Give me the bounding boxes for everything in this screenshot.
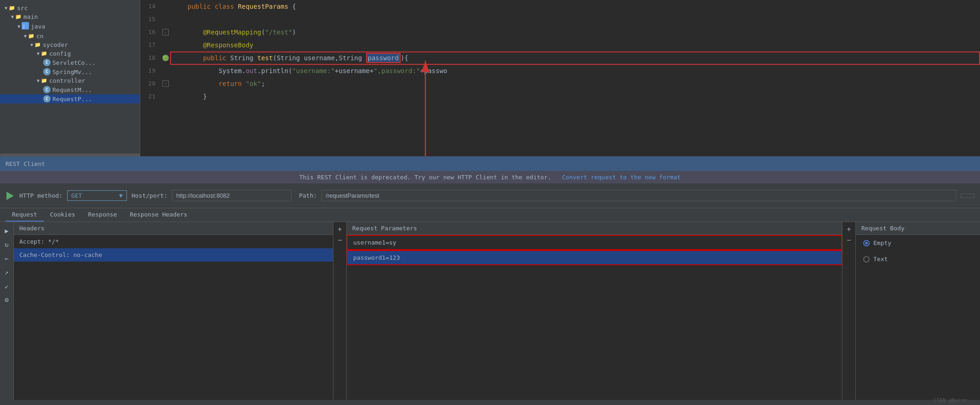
tree-item-controller[interactable]: ▼ 📁 controller <box>0 76 140 85</box>
sidebar-export-icon[interactable]: ↗ <box>2 267 12 277</box>
extra-button[interactable] <box>961 194 974 198</box>
file-icon-c: C <box>43 59 51 66</box>
tree-item-sycoder[interactable]: ▼ 📁 sycoder <box>0 40 140 49</box>
line-gutter-20: − <box>161 77 170 90</box>
line-number-18: 18 <box>140 51 161 64</box>
path-label: Path: <box>299 192 317 199</box>
tree-item-requestp[interactable]: C RequestP... <box>0 94 140 103</box>
code-line-15: 15 <box>140 13 980 26</box>
tab-response-headers[interactable]: Response Headers <box>123 208 194 222</box>
line-number-16: 16 <box>140 26 161 39</box>
sidebar-settings-icon[interactable]: ⚙ <box>2 295 12 305</box>
triangle-icon: ▼ <box>5 6 7 11</box>
path-input[interactable] <box>321 190 956 201</box>
line-gutter-15 <box>161 13 170 26</box>
fold-icon[interactable]: − <box>162 80 169 87</box>
radio-inner <box>865 242 868 245</box>
rest-client-title: REST Client <box>6 160 45 167</box>
code-content-15 <box>170 13 980 26</box>
tab-response[interactable]: Response <box>82 208 124 222</box>
tab-request[interactable]: Request <box>6 208 44 222</box>
tree-label: sycoder <box>43 41 68 48</box>
headers-add-button[interactable]: + <box>335 225 344 234</box>
line-number-15: 15 <box>140 13 161 26</box>
tree-item-src[interactable]: ▼ 📁 src <box>0 4 140 12</box>
tree-item-config[interactable]: ▼ 📁 config <box>0 49 140 58</box>
param-item-password[interactable]: password1=123 <box>347 250 842 265</box>
line-number-21: 21 <box>140 90 161 103</box>
code-line-20: 20 − return "ok"; <box>140 77 980 90</box>
file-icon-c: C <box>43 68 51 75</box>
triangle-icon: ▼ <box>30 42 33 47</box>
params-add-button[interactable]: + <box>844 225 854 234</box>
header-items: Accept: */* Cache-Control: no-cache <box>14 235 333 400</box>
line-number-20: 20 <box>140 77 161 90</box>
tree-item-java[interactable]: ▼ j java <box>0 21 140 32</box>
rest-client-panel: REST Client This REST Client is deprecat… <box>0 156 980 405</box>
breakpoint-icon: 🐛 <box>162 55 169 61</box>
tree-item-main[interactable]: ▼ 📁 main <box>0 12 140 21</box>
tree-label: RequestM... <box>52 86 92 93</box>
tab-cookies[interactable]: Cookies <box>44 208 82 222</box>
header-item-accept[interactable]: Accept: */* <box>14 235 333 248</box>
folder-icon-main: 📁 <box>15 14 22 20</box>
code-line-16: 16 − @RequestMapping("/test") <box>140 26 980 39</box>
host-input[interactable] <box>172 190 292 201</box>
headers-section: Headers Accept: */* Cache-Control: no-ca… <box>14 222 347 400</box>
svg-text:j: j <box>23 24 25 29</box>
play-button[interactable] <box>6 191 15 200</box>
params-section: Request Parameters username1=sy password… <box>347 222 856 400</box>
sidebar-import-icon[interactable]: ↙ <box>2 281 12 291</box>
line-gutter-14 <box>161 0 170 13</box>
host-label: Host/port: <box>132 192 167 199</box>
sidebar-back-icon[interactable]: ← <box>2 253 12 263</box>
tree-label: config <box>49 50 71 57</box>
code-area: 14 public class RequestParams { 15 16 <box>140 0 980 156</box>
file-tree: ▼ 📁 src ▼ 📁 main ▼ j java ▼ 📁 cn <box>0 0 140 156</box>
line-number-17: 17 <box>140 39 161 51</box>
tree-item-requestm[interactable]: C RequestM... <box>0 85 140 94</box>
fold-icon[interactable]: − <box>162 29 169 35</box>
headers-remove-button[interactable]: − <box>335 236 344 245</box>
deprecated-msg: This REST Client is deprecated. Try our … <box>299 174 551 181</box>
tree-label: ServletCo... <box>52 59 96 66</box>
code-content-17: @ResponseBody <box>170 39 980 51</box>
line-number-19: 19 <box>140 64 161 77</box>
http-method-value: GET <box>71 192 82 199</box>
radio-empty[interactable]: Empty <box>856 235 980 251</box>
http-method-select[interactable]: GET ▼ <box>67 190 127 201</box>
radio-text-label: Text <box>873 256 888 262</box>
code-line-18: 18 🐛 public String test(String username,… <box>140 51 980 64</box>
line-number-14: 14 <box>140 0 161 13</box>
code-line-17: 17 @ResponseBody <box>140 39 980 51</box>
dropdown-arrow-icon: ▼ <box>119 192 123 199</box>
triangle-icon: ▼ <box>17 24 20 29</box>
headers-actions: + − <box>333 222 346 400</box>
line-gutter-18: 🐛 <box>161 51 170 64</box>
folder-icon-cn: 📁 <box>28 33 34 39</box>
line-gutter-16: − <box>161 26 170 39</box>
file-icon-c: C <box>43 95 51 103</box>
radio-empty-circle <box>863 240 870 246</box>
code-editor: ▼ 📁 src ▼ 📁 main ▼ j java ▼ 📁 cn <box>0 0 980 156</box>
triangle-icon: ▼ <box>37 78 40 83</box>
line-gutter-21 <box>161 90 170 103</box>
sidebar-refresh-icon[interactable]: ↻ <box>2 240 12 250</box>
tree-label: RequestP... <box>52 96 92 103</box>
http-method-label: HTTP method: <box>19 192 63 199</box>
params-title: Request Parameters <box>347 222 842 235</box>
code-lines: 14 public class RequestParams { 15 16 <box>140 0 980 103</box>
tree-item-cn[interactable]: ▼ 📁 cn <box>0 32 140 40</box>
header-item-cache-control[interactable]: Cache-Control: no-cache <box>14 248 333 262</box>
tree-item-servletco[interactable]: C ServletCo... <box>0 58 140 67</box>
radio-empty-label: Empty <box>873 240 891 246</box>
params-remove-button[interactable]: − <box>844 236 854 245</box>
radio-text[interactable]: Text <box>856 251 980 267</box>
convert-link[interactable]: Convert request to the new format <box>562 174 681 181</box>
param-items: username1=sy password1=123 <box>347 235 842 400</box>
param-item-username[interactable]: username1=sy <box>347 235 842 250</box>
folder-icon-sycoder: 📁 <box>34 42 41 48</box>
tree-item-springmv[interactable]: C SpringMv... <box>0 67 140 76</box>
code-line-21: 21 } <box>140 90 980 103</box>
sidebar-run-icon[interactable]: ▶ <box>2 226 12 236</box>
